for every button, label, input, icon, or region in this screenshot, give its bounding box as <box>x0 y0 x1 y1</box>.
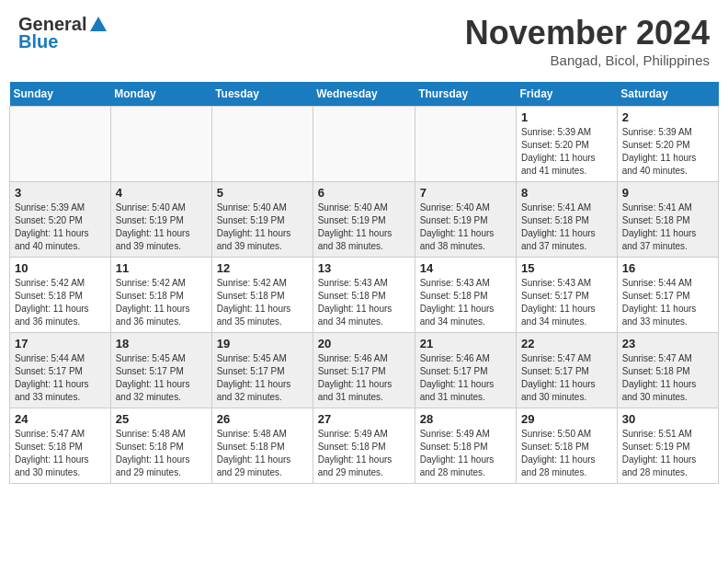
day-info: Sunrise: 5:43 AM Sunset: 5:18 PM Dayligh… <box>318 277 410 328</box>
day-info: Sunrise: 5:39 AM Sunset: 5:20 PM Dayligh… <box>521 126 612 178</box>
day-number: 12 <box>217 261 308 275</box>
day-number: 6 <box>318 186 410 200</box>
calendar-cell: 18Sunrise: 5:45 AM Sunset: 5:17 PM Dayli… <box>110 333 211 408</box>
day-number: 10 <box>15 261 106 275</box>
day-number: 25 <box>116 412 207 426</box>
day-number: 22 <box>521 337 612 350</box>
day-number: 8 <box>521 186 612 200</box>
calendar-cell: 24Sunrise: 5:47 AM Sunset: 5:18 PM Dayli… <box>10 408 111 484</box>
calendar-cell: 19Sunrise: 5:45 AM Sunset: 5:17 PM Dayli… <box>211 333 313 408</box>
calendar-cell: 1Sunrise: 5:39 AM Sunset: 5:20 PM Daylig… <box>517 107 618 182</box>
day-number: 23 <box>622 337 713 350</box>
day-number: 2 <box>622 110 713 124</box>
day-info: Sunrise: 5:49 AM Sunset: 5:18 PM Dayligh… <box>420 428 511 479</box>
day-info: Sunrise: 5:46 AM Sunset: 5:17 PM Dayligh… <box>318 352 410 404</box>
day-info: Sunrise: 5:45 AM Sunset: 5:17 PM Dayligh… <box>217 352 308 404</box>
day-number: 27 <box>318 412 410 426</box>
day-number: 1 <box>521 110 612 124</box>
calendar-cell: 4Sunrise: 5:40 AM Sunset: 5:19 PM Daylig… <box>110 182 211 258</box>
weekday-header-friday: Friday <box>517 82 618 107</box>
weekday-header-sunday: Sunday <box>10 82 111 107</box>
day-number: 20 <box>318 337 410 350</box>
day-number: 24 <box>15 412 106 426</box>
calendar-table: SundayMondayTuesdayWednesdayThursdayFrid… <box>9 82 719 484</box>
calendar-cell: 29Sunrise: 5:50 AM Sunset: 5:18 PM Dayli… <box>517 408 618 484</box>
calendar-cell: 3Sunrise: 5:39 AM Sunset: 5:20 PM Daylig… <box>10 182 111 258</box>
day-info: Sunrise: 5:51 AM Sunset: 5:19 PM Dayligh… <box>622 428 713 479</box>
calendar-cell: 16Sunrise: 5:44 AM Sunset: 5:17 PM Dayli… <box>617 258 718 333</box>
day-info: Sunrise: 5:40 AM Sunset: 5:19 PM Dayligh… <box>217 201 308 253</box>
page-header: General Blue November 2024 Bangad, Bicol… <box>9 9 719 73</box>
calendar-cell: 26Sunrise: 5:48 AM Sunset: 5:18 PM Dayli… <box>211 408 313 484</box>
calendar-row-2: 10Sunrise: 5:42 AM Sunset: 5:18 PM Dayli… <box>10 258 719 333</box>
day-info: Sunrise: 5:47 AM Sunset: 5:18 PM Dayligh… <box>622 352 713 404</box>
day-info: Sunrise: 5:48 AM Sunset: 5:18 PM Dayligh… <box>217 428 308 479</box>
day-number: 5 <box>217 186 308 200</box>
day-number: 9 <box>622 186 713 200</box>
calendar-cell: 9Sunrise: 5:41 AM Sunset: 5:18 PM Daylig… <box>617 182 718 258</box>
day-number: 19 <box>217 337 308 350</box>
day-info: Sunrise: 5:45 AM Sunset: 5:17 PM Dayligh… <box>116 352 207 404</box>
calendar-cell: 27Sunrise: 5:49 AM Sunset: 5:18 PM Dayli… <box>313 408 415 484</box>
day-info: Sunrise: 5:39 AM Sunset: 5:20 PM Dayligh… <box>15 201 106 253</box>
calendar-cell <box>110 107 211 182</box>
day-info: Sunrise: 5:40 AM Sunset: 5:19 PM Dayligh… <box>318 201 410 253</box>
calendar-cell: 30Sunrise: 5:51 AM Sunset: 5:19 PM Dayli… <box>617 408 718 484</box>
day-number: 4 <box>116 186 207 200</box>
day-info: Sunrise: 5:39 AM Sunset: 5:20 PM Dayligh… <box>622 126 713 178</box>
calendar-cell: 21Sunrise: 5:46 AM Sunset: 5:17 PM Dayli… <box>415 333 516 408</box>
calendar-cell: 23Sunrise: 5:47 AM Sunset: 5:18 PM Dayli… <box>617 333 718 408</box>
day-info: Sunrise: 5:44 AM Sunset: 5:17 PM Dayligh… <box>15 352 106 404</box>
calendar-cell <box>313 107 415 182</box>
day-number: 29 <box>521 412 612 426</box>
weekday-header-tuesday: Tuesday <box>211 82 313 107</box>
day-number: 17 <box>15 337 106 350</box>
day-info: Sunrise: 5:40 AM Sunset: 5:19 PM Dayligh… <box>420 201 511 253</box>
calendar-cell: 12Sunrise: 5:42 AM Sunset: 5:18 PM Dayli… <box>211 258 313 333</box>
calendar-row-3: 17Sunrise: 5:44 AM Sunset: 5:17 PM Dayli… <box>10 333 719 408</box>
day-number: 11 <box>116 261 207 275</box>
day-info: Sunrise: 5:50 AM Sunset: 5:18 PM Dayligh… <box>521 428 612 479</box>
day-number: 7 <box>420 186 511 200</box>
day-info: Sunrise: 5:41 AM Sunset: 5:18 PM Dayligh… <box>521 201 612 253</box>
day-info: Sunrise: 5:47 AM Sunset: 5:18 PM Dayligh… <box>15 428 106 479</box>
day-number: 28 <box>420 412 511 426</box>
calendar-row-1: 3Sunrise: 5:39 AM Sunset: 5:20 PM Daylig… <box>10 182 719 258</box>
day-info: Sunrise: 5:42 AM Sunset: 5:18 PM Dayligh… <box>15 277 106 328</box>
day-info: Sunrise: 5:44 AM Sunset: 5:17 PM Dayligh… <box>622 277 713 328</box>
weekday-header-thursday: Thursday <box>415 82 516 107</box>
day-info: Sunrise: 5:43 AM Sunset: 5:18 PM Dayligh… <box>420 277 511 328</box>
calendar-cell <box>10 107 111 182</box>
day-info: Sunrise: 5:49 AM Sunset: 5:18 PM Dayligh… <box>318 428 410 479</box>
day-number: 30 <box>622 412 713 426</box>
calendar-cell: 28Sunrise: 5:49 AM Sunset: 5:18 PM Dayli… <box>415 408 516 484</box>
calendar-cell: 14Sunrise: 5:43 AM Sunset: 5:18 PM Dayli… <box>415 258 516 333</box>
day-number: 18 <box>116 337 207 350</box>
calendar-cell: 8Sunrise: 5:41 AM Sunset: 5:18 PM Daylig… <box>517 182 618 258</box>
day-number: 14 <box>420 261 511 275</box>
day-info: Sunrise: 5:40 AM Sunset: 5:19 PM Dayligh… <box>116 201 207 253</box>
calendar-cell: 20Sunrise: 5:46 AM Sunset: 5:17 PM Dayli… <box>313 333 415 408</box>
day-number: 21 <box>420 337 511 350</box>
day-number: 26 <box>217 412 308 426</box>
title-section: November 2024 Bangad, Bicol, Philippines <box>465 14 710 68</box>
calendar-cell: 11Sunrise: 5:42 AM Sunset: 5:18 PM Dayli… <box>110 258 211 333</box>
logo-icon <box>88 15 108 35</box>
calendar-row-0: 1Sunrise: 5:39 AM Sunset: 5:20 PM Daylig… <box>10 107 719 182</box>
calendar-row-4: 24Sunrise: 5:47 AM Sunset: 5:18 PM Dayli… <box>10 408 719 484</box>
calendar-cell: 15Sunrise: 5:43 AM Sunset: 5:17 PM Dayli… <box>517 258 618 333</box>
day-info: Sunrise: 5:48 AM Sunset: 5:18 PM Dayligh… <box>116 428 207 479</box>
day-number: 15 <box>521 261 612 275</box>
calendar-cell: 25Sunrise: 5:48 AM Sunset: 5:18 PM Dayli… <box>110 408 211 484</box>
calendar-cell: 10Sunrise: 5:42 AM Sunset: 5:18 PM Dayli… <box>10 258 111 333</box>
weekday-header-wednesday: Wednesday <box>313 82 415 107</box>
logo: General Blue <box>18 14 108 52</box>
calendar-cell: 13Sunrise: 5:43 AM Sunset: 5:18 PM Dayli… <box>313 258 415 333</box>
calendar-cell: 17Sunrise: 5:44 AM Sunset: 5:17 PM Dayli… <box>10 333 111 408</box>
month-title: November 2024 <box>465 14 710 52</box>
calendar-cell: 6Sunrise: 5:40 AM Sunset: 5:19 PM Daylig… <box>313 182 415 258</box>
calendar-cell: 2Sunrise: 5:39 AM Sunset: 5:20 PM Daylig… <box>617 107 718 182</box>
weekday-header-row: SundayMondayTuesdayWednesdayThursdayFrid… <box>10 82 719 107</box>
svg-marker-0 <box>90 17 107 31</box>
logo-blue-text: Blue <box>18 31 58 52</box>
